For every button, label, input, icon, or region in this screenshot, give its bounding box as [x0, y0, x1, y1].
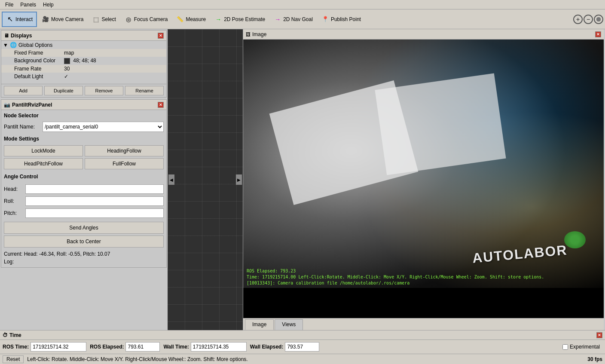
status-line2: Time: 1719215714.00 Left-Click:Rotate. M… [247, 274, 600, 280]
displays-panel-close[interactable]: ✕ [158, 33, 164, 39]
select-button[interactable]: Select [88, 12, 119, 27]
time-title-label: Time [9, 332, 21, 338]
experimental-checkbox[interactable] [562, 344, 568, 350]
default-light-value[interactable]: ✓ [64, 73, 164, 80]
head-label: Head: [4, 186, 25, 192]
head-pitch-follow-button[interactable]: HeadPitchFollow [4, 158, 83, 169]
pantilt-name-label: Pantilt Name: [4, 124, 43, 130]
menubar: File Panels Help [0, 0, 605, 9]
pantilt-name-select[interactable]: /pantilt_camera_serial0 [43, 122, 164, 132]
current-status: Current: Head: -46.34, Roll: -0.55, Pitc… [1, 248, 166, 258]
log-section: Log: [1, 258, 166, 267]
status-line1: ROS Elapsed: 793.23 [247, 268, 600, 274]
publish-point-button[interactable]: Publish Point [318, 12, 365, 27]
select-label: Select [101, 16, 116, 22]
wall-elapsed-group: Wall Elapsed: [250, 342, 320, 352]
fps-display: 30 fps [587, 356, 602, 362]
frame-rate-key: Frame Rate [4, 66, 64, 72]
interact-button[interactable]: Interact [2, 12, 37, 27]
image-panel: 🖼 Image ✕ AUTOLABOR ROS E [243, 29, 604, 330]
paper-doc-2 [375, 73, 506, 175]
heading-follow-button[interactable]: HeadingFollow [85, 145, 164, 156]
ros-elapsed-group: ROS Elapsed: [90, 342, 160, 352]
displays-panel-title-label: Displays [11, 33, 32, 39]
cables-detail [564, 231, 586, 248]
pitch-row: Pitch: [4, 207, 164, 219]
ros-time-label: ROS Time: [3, 344, 29, 350]
collapse-left-arrow[interactable]: ◀ [168, 174, 174, 185]
menu-help[interactable]: Help [40, 1, 57, 9]
pantilt-panel-header: 📷 PantiltRvizPanel ✕ [1, 100, 166, 110]
zoom-fit-button[interactable] [594, 15, 603, 24]
reset-button[interactable]: Reset [3, 355, 24, 363]
nav-icon [274, 15, 281, 23]
head-input[interactable] [25, 184, 164, 194]
pose-icon [214, 15, 222, 23]
remove-button[interactable]: Remove [85, 86, 123, 95]
pantilt-panel-title-label: PantiltRvizPanel [12, 102, 52, 108]
viewport-3d[interactable]: ◀ ▶ [168, 29, 243, 330]
nav-goal-button[interactable]: 2D Nav Goal [270, 12, 317, 27]
time-bar: ⏱ Time ✕ ROS Time: ROS Elapsed: Wall Tim… [0, 330, 605, 354]
tab-image[interactable]: Image [245, 319, 274, 330]
global-options-item[interactable]: ▼ 🌐 Global Options [1, 41, 166, 49]
pantilt-icon: 📷 [4, 102, 10, 108]
status-hint-text: Left-Click: Rotate. Middle-Click: Move X… [27, 356, 587, 362]
full-follow-button[interactable]: FullFollow [85, 158, 164, 169]
lock-mode-button[interactable]: LockMode [4, 145, 83, 156]
cursor-icon [6, 15, 14, 23]
displays-btn-row: Add Duplicate Remove Rename [1, 84, 166, 97]
send-angles-button[interactable]: Send Angles [4, 222, 164, 234]
main-area: 🖥 Displays ✕ ▼ 🌐 Global Options Fixed Fr… [0, 29, 605, 330]
rename-button[interactable]: Rename [125, 86, 164, 95]
mode-btn-grid: LockMode HeadingFollow HeadPitchFollow F… [1, 144, 166, 171]
expand-right-arrow[interactable]: ▶ [236, 174, 242, 185]
fixed-frame-value[interactable]: map [64, 50, 164, 56]
background-color-value[interactable]: 48; 48; 48 [64, 58, 164, 64]
duplicate-button[interactable]: Duplicate [44, 86, 83, 95]
tab-views[interactable]: Views [275, 319, 303, 330]
wall-time-input[interactable] [191, 342, 247, 352]
pose-estimate-button[interactable]: 2D Pose Estimate [211, 12, 269, 27]
measure-label: Measure [186, 16, 206, 22]
toolbar: Interact Move Camera Select Focus Camera… [0, 9, 605, 29]
wall-elapsed-input[interactable] [285, 342, 319, 352]
measure-icon [176, 15, 184, 23]
fixed-frame-key: Fixed Frame [4, 50, 64, 56]
image-display[interactable]: AUTOLABOR ROS Elapsed: 793.23 Time: 1719… [243, 40, 604, 318]
frame-rate-value[interactable]: 30 [64, 66, 164, 72]
zoom-in-button[interactable]: + [573, 15, 583, 24]
menu-panels[interactable]: Panels [17, 1, 40, 9]
background-color-key: Background Color [4, 58, 64, 64]
zoom-out-button[interactable]: − [584, 15, 593, 24]
viewport-inner [168, 29, 243, 330]
image-panel-header: 🖼 Image ✕ [243, 29, 604, 40]
background-color-row: Background Color 48; 48; 48 [1, 57, 166, 65]
pantilt-name-row: Pantilt Name: /pantilt_camera_serial0 [1, 120, 166, 133]
roll-input[interactable] [25, 196, 164, 206]
ros-time-input[interactable] [31, 342, 86, 352]
image-panel-close[interactable]: ✕ [595, 31, 601, 37]
pitch-input[interactable] [25, 208, 164, 218]
pantilt-panel-close[interactable]: ✕ [158, 102, 164, 108]
back-to-center-button[interactable]: Back to Center [4, 236, 164, 248]
angle-section: Head: Roll: Pitch: [1, 181, 166, 221]
add-button[interactable]: Add [4, 86, 43, 95]
focus-camera-button[interactable]: Focus Camera [121, 12, 172, 27]
publish-point-label: Publish Point [331, 16, 361, 22]
measure-button[interactable]: Measure [172, 12, 210, 27]
time-fields: ROS Time: ROS Elapsed: Wall Time: Wall E… [0, 340, 605, 354]
fixed-frame-row: Fixed Frame map [1, 49, 166, 57]
menu-file[interactable]: File [2, 1, 17, 9]
time-title-area: ⏱ Time [3, 332, 21, 338]
ros-elapsed-input[interactable] [125, 342, 160, 352]
ros-time-group: ROS Time: [3, 342, 86, 352]
monitor-icon: 🖥 [4, 33, 9, 39]
pantilt-title: 📷 PantiltRvizPanel [4, 102, 52, 108]
select-icon [92, 15, 100, 23]
image-tabs: Image Views [243, 318, 604, 330]
time-bar-header: ⏱ Time ✕ [0, 330, 605, 340]
move-camera-button[interactable]: Move Camera [38, 12, 87, 27]
time-icon: ⏱ [3, 332, 8, 338]
time-bar-close[interactable]: ✕ [596, 332, 602, 338]
